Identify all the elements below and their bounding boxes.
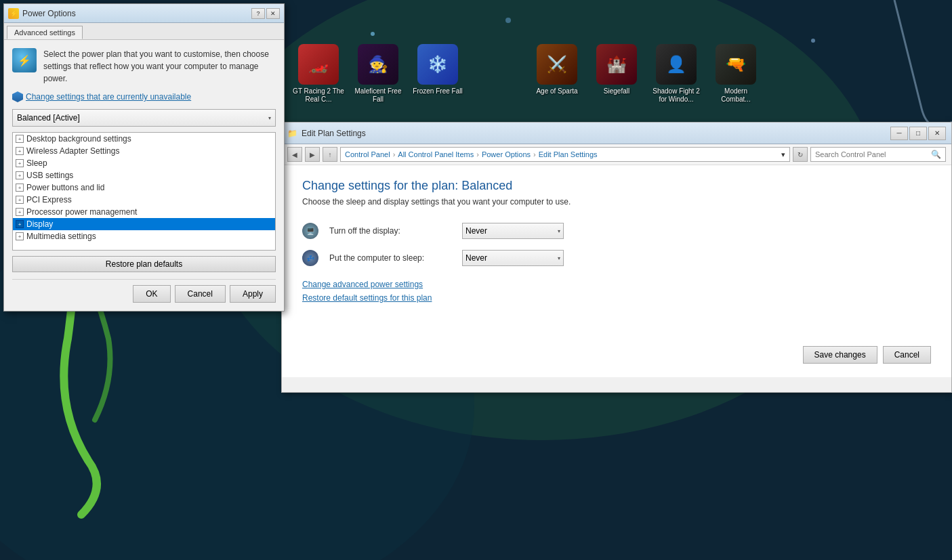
tree-label-wireless: Wireless Adapter Settings bbox=[26, 146, 119, 156]
shield-icon bbox=[12, 91, 23, 102]
search-icon: 🔍 bbox=[931, 150, 941, 159]
display-select[interactable]: Never ▾ bbox=[462, 223, 564, 239]
tree-label-usb: USB settings bbox=[26, 171, 73, 180]
dialog-change-link-row: Change settings that are currently unava… bbox=[12, 91, 276, 102]
desktop: 🏎️ GT Racing 2 The Real C... 🧙 Maleficen… bbox=[0, 0, 952, 560]
tree-label-power-buttons: Power buttons and lid bbox=[26, 183, 104, 192]
dialog-apply-button[interactable]: Apply bbox=[230, 285, 276, 303]
tree-expand-usb[interactable]: + bbox=[16, 171, 24, 179]
cp-link-advanced[interactable]: Change advanced power settings bbox=[302, 280, 931, 289]
change-settings-link[interactable]: Change settings that are currently unava… bbox=[26, 92, 191, 102]
desktop-icon-siegefall[interactable]: 🏰 Siegefall bbox=[589, 44, 644, 104]
dialog-cancel-button[interactable]: Cancel bbox=[175, 285, 226, 303]
display-select-value: Never bbox=[465, 226, 487, 236]
cp-page-title: Change settings for the plan: Balanced bbox=[302, 179, 931, 193]
tree-item-sleep[interactable]: + Sleep bbox=[13, 157, 275, 169]
dialog-plan-dropdown[interactable]: Balanced [Active] ▾ bbox=[12, 109, 276, 127]
breadcrumb-edit-plan[interactable]: Edit Plan Settings bbox=[539, 150, 598, 158]
dialog-ok-button[interactable]: OK bbox=[133, 285, 170, 303]
breadcrumb-control-panel[interactable]: Control Panel bbox=[345, 150, 390, 158]
cp-maximize-button[interactable]: □ bbox=[909, 127, 927, 140]
dialog-body: ⚡ Select the power plan that you want to… bbox=[4, 40, 284, 311]
dialog-controls: ? ✕ bbox=[251, 8, 280, 19]
tree-item-wireless[interactable]: + Wireless Adapter Settings bbox=[13, 145, 275, 157]
dialog-intro: ⚡ Select the power plan that you want to… bbox=[12, 48, 276, 85]
dialog-title-text: Power Options bbox=[22, 9, 76, 18]
sleep-setting-label: Put the computer to sleep: bbox=[329, 253, 451, 263]
cp-close-button[interactable]: ✕ bbox=[928, 127, 946, 140]
tree-label-pci: PCI Express bbox=[26, 195, 72, 204]
dialog-tab-bar: Advanced settings bbox=[4, 23, 284, 40]
tree-item-multimedia[interactable]: + Multimedia settings bbox=[13, 230, 275, 242]
dialog-title-icon: ⚡ bbox=[8, 8, 19, 19]
desktop-icon-frozen[interactable]: ❄️ Frozen Free Fall bbox=[411, 44, 465, 104]
tree-expand-processor[interactable]: + bbox=[16, 208, 24, 216]
dialog-help-button[interactable]: ? bbox=[251, 8, 265, 19]
breadcrumb-sep-2: › bbox=[476, 150, 479, 158]
cp-search-box: 🔍 bbox=[810, 147, 946, 162]
display-setting-icon: 🖥️ bbox=[302, 223, 318, 239]
tree-item-processor[interactable]: + Processor power management bbox=[13, 206, 275, 218]
tree-label-desktop-bg: Desktop background settings bbox=[26, 134, 131, 144]
tree-item-power-buttons[interactable]: + Power buttons and lid bbox=[13, 181, 275, 194]
tree-expand-pci[interactable]: + bbox=[16, 196, 24, 204]
tree-item-usb[interactable]: + USB settings bbox=[13, 169, 275, 181]
cp-refresh-button[interactable]: ↻ bbox=[793, 147, 808, 162]
cp-window-title: Edit Plan Settings bbox=[302, 129, 366, 138]
tree-item-display[interactable]: + Display bbox=[13, 218, 275, 230]
breadcrumb-dropdown-arrow[interactable]: ▾ bbox=[781, 150, 785, 159]
desktop-icon-row: 🏎️ GT Racing 2 The Real C... 🧙 Maleficen… bbox=[291, 44, 763, 104]
sleep-select[interactable]: Never ▾ bbox=[462, 250, 564, 266]
tree-item-desktop-bg[interactable]: + Desktop background settings bbox=[13, 133, 275, 145]
dialog-intro-icon: ⚡ bbox=[12, 48, 37, 72]
cp-title-area: 📁 Edit Plan Settings bbox=[287, 129, 366, 138]
tree-expand-power-buttons[interactable]: + bbox=[16, 184, 24, 192]
breadcrumb-power-options[interactable]: Power Options bbox=[482, 150, 531, 158]
cp-folder-icon: 📁 bbox=[287, 129, 297, 138]
cp-address-bar: Control Panel › All Control Panel Items … bbox=[340, 147, 790, 162]
sleep-select-value: Never bbox=[465, 253, 487, 263]
svg-point-3 bbox=[371, 32, 375, 36]
dialog-close-button[interactable]: ✕ bbox=[266, 8, 280, 19]
power-options-dialog: ⚡ Power Options ? ✕ Advanced settings ⚡ … bbox=[3, 3, 285, 311]
cp-cancel-button[interactable]: Cancel bbox=[883, 346, 931, 364]
display-setting-label: Turn off the display: bbox=[329, 226, 451, 236]
tree-expand-desktop-bg[interactable]: + bbox=[16, 135, 24, 143]
cp-toolbar: ◀ ▶ ↑ Control Panel › All Control Panel … bbox=[282, 144, 951, 165]
cp-forward-button[interactable]: ▶ bbox=[305, 147, 320, 162]
desktop-icon-gt-racing[interactable]: 🏎️ GT Racing 2 The Real C... bbox=[291, 44, 346, 104]
modern-combat-label: Modern Combat... bbox=[709, 87, 763, 104]
breadcrumb-all-items[interactable]: All Control Panel Items bbox=[398, 150, 474, 158]
gt-racing-label: GT Racing 2 The Real C... bbox=[291, 87, 346, 104]
cp-subtitle: Choose the sleep and display settings th… bbox=[302, 197, 931, 207]
cp-search-input[interactable] bbox=[815, 150, 928, 158]
desktop-icon-age-of-sparta[interactable]: ⚔️ Age of Sparta bbox=[530, 44, 584, 104]
cp-link-restore[interactable]: Restore default settings for this plan bbox=[302, 293, 931, 303]
sleep-setting-row: 💤 Put the computer to sleep: Never ▾ bbox=[302, 250, 931, 266]
dialog-titlebar: ⚡ Power Options ? ✕ bbox=[4, 4, 284, 23]
desktop-icon-shadow-fight[interactable]: 👤 Shadow Fight 2 for Windo... bbox=[649, 44, 703, 104]
cp-minimize-button[interactable]: ─ bbox=[890, 127, 908, 140]
desktop-icon-maleficent[interactable]: 🧙 Maleficent Free Fall bbox=[351, 44, 405, 104]
dialog-tree[interactable]: + Desktop background settings + Wireless… bbox=[12, 132, 276, 251]
tab-advanced-settings[interactable]: Advanced settings bbox=[7, 26, 83, 39]
cp-up-button[interactable]: ↑ bbox=[323, 147, 337, 162]
display-dropdown-arrow: ▾ bbox=[558, 228, 560, 234]
restore-plan-defaults-button[interactable]: Restore plan defaults bbox=[12, 256, 276, 272]
tree-expand-multimedia[interactable]: + bbox=[16, 232, 24, 240]
control-panel-titlebar: 📁 Edit Plan Settings ─ □ ✕ bbox=[282, 123, 951, 144]
desktop-icon-modern-combat[interactable]: 🔫 Modern Combat... bbox=[709, 44, 763, 104]
age-of-sparta-label: Age of Sparta bbox=[536, 87, 577, 95]
cp-links-area: Change advanced power settings Restore d… bbox=[302, 280, 931, 303]
cp-window-controls: ─ □ ✕ bbox=[890, 127, 946, 140]
tree-expand-sleep[interactable]: + bbox=[16, 159, 24, 167]
cp-save-button[interactable]: Save changes bbox=[803, 346, 877, 364]
tree-item-pci[interactable]: + PCI Express bbox=[13, 194, 275, 206]
tree-expand-wireless[interactable]: + bbox=[16, 147, 24, 155]
tree-label-processor: Processor power management bbox=[26, 207, 137, 217]
display-setting-row: 🖥️ Turn off the display: Never ▾ bbox=[302, 223, 931, 239]
breadcrumb-sep-1: › bbox=[393, 150, 396, 158]
siegefall-label: Siegefall bbox=[604, 87, 629, 95]
tree-expand-display[interactable]: + bbox=[16, 220, 24, 228]
cp-back-button[interactable]: ◀ bbox=[287, 147, 302, 162]
